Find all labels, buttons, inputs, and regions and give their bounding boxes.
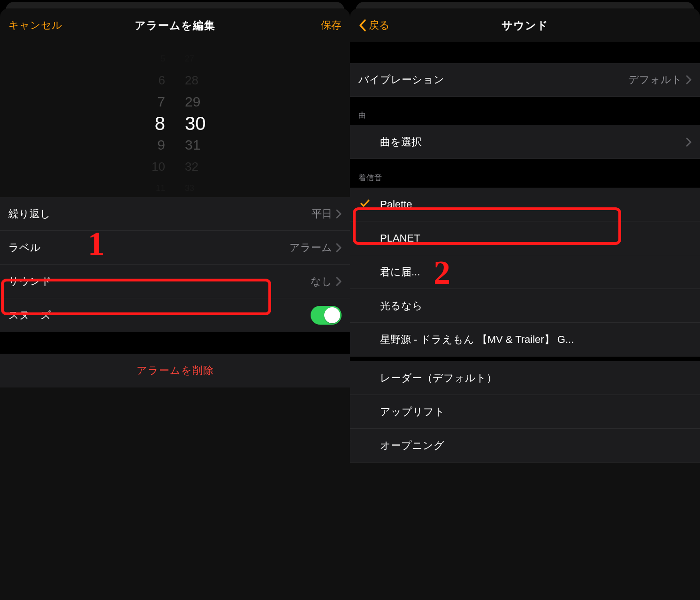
cancel-button[interactable]: キャンセル bbox=[8, 18, 62, 32]
ringtone-name: 星野源 - ドラえもん 【MV & Trailer】 G... bbox=[380, 333, 692, 347]
ringtone-list: PalettePLANET君に届...光るなら星野源 - ドラえもん 【MV &… bbox=[350, 188, 700, 463]
list-gap bbox=[350, 357, 700, 361]
minute-wheel[interactable]: 27282930313233 bbox=[182, 47, 220, 197]
wheel-value[interactable]: 31 bbox=[182, 134, 220, 156]
ringtone-name: 光るなら bbox=[380, 299, 692, 313]
ringtone-row[interactable]: 光るなら bbox=[350, 289, 700, 323]
ringtone-name: レーダー（デフォルト） bbox=[380, 371, 692, 385]
ringtone-row[interactable]: オープニング bbox=[350, 429, 700, 463]
snooze-toggle[interactable] bbox=[311, 306, 342, 325]
ringtone-name: Palette bbox=[380, 198, 692, 211]
ringtone-row[interactable]: レーダー（デフォルト） bbox=[350, 361, 700, 395]
edit-alarm-pane: キャンセル アラームを編集 保存 567891011 2728293031323… bbox=[0, 0, 350, 600]
hour-wheel[interactable]: 567891011 bbox=[130, 47, 168, 197]
chevron-right-icon bbox=[336, 243, 342, 252]
sound-sheet: 戻る サウンド バイブレーション デフォルト 曲 曲を選択 着信音 Palett… bbox=[350, 8, 700, 600]
back-button[interactable]: 戻る bbox=[358, 18, 390, 32]
chevron-right-icon bbox=[336, 209, 342, 219]
label-value-text: アラーム bbox=[289, 241, 332, 255]
ringtone-row[interactable]: 君に届... bbox=[350, 255, 700, 289]
label-label: ラベル bbox=[8, 241, 41, 255]
pick-song-row[interactable]: 曲を選択 bbox=[350, 125, 700, 159]
wheel-value[interactable]: 27 bbox=[182, 48, 220, 69]
sound-pane: 戻る サウンド バイブレーション デフォルト 曲 曲を選択 着信音 Palett… bbox=[350, 0, 700, 600]
wheel-value[interactable]: 28 bbox=[182, 69, 220, 91]
ringtone-row[interactable]: 星野源 - ドラえもん 【MV & Trailer】 G... bbox=[350, 323, 700, 357]
vibration-label: バイブレーション bbox=[358, 73, 628, 87]
snooze-label: スヌーズ bbox=[8, 308, 51, 322]
vibration-row[interactable]: バイブレーション デフォルト bbox=[350, 63, 700, 97]
time-picker[interactable]: 567891011 27282930313233 bbox=[0, 42, 350, 197]
label-value: アラーム bbox=[289, 241, 342, 255]
ringtone-name: PLANET bbox=[380, 232, 692, 244]
chevron-right-icon bbox=[686, 137, 692, 147]
label-row[interactable]: ラベル アラーム bbox=[0, 231, 350, 265]
repeat-value: 平日 bbox=[312, 207, 342, 221]
sound-label: サウンド bbox=[8, 274, 52, 289]
ringtone-row[interactable]: アップリフト bbox=[350, 395, 700, 429]
chevron-right-icon bbox=[336, 277, 342, 286]
ringtone-name: アップリフト bbox=[380, 405, 692, 419]
wheel-value[interactable]: 33 bbox=[182, 177, 220, 199]
chevron-left-icon bbox=[358, 19, 367, 32]
checkmark-icon bbox=[350, 197, 380, 212]
wheel-value[interactable]: 9 bbox=[130, 134, 168, 156]
ringtone-row[interactable]: Palette bbox=[350, 188, 700, 221]
wheel-value[interactable]: 11 bbox=[130, 177, 168, 199]
nav-bar: キャンセル アラームを編集 保存 bbox=[0, 8, 350, 42]
song-section-header: 曲 bbox=[350, 97, 700, 125]
ringtone-name: オープニング bbox=[380, 439, 692, 453]
repeat-row[interactable]: 繰り返し 平日 bbox=[0, 197, 350, 231]
wheel-value[interactable]: 5 bbox=[130, 48, 168, 69]
back-text: 戻る bbox=[369, 18, 390, 32]
spacer bbox=[0, 332, 350, 354]
wheel-value[interactable]: 10 bbox=[130, 156, 168, 177]
wheel-value[interactable]: 32 bbox=[182, 156, 220, 177]
nav-bar: 戻る サウンド bbox=[350, 8, 700, 42]
options-group: 繰り返し 平日 ラベル アラーム サウンド なし bbox=[0, 197, 350, 332]
wheel-value[interactable]: 7 bbox=[130, 91, 168, 113]
wheel-value[interactable]: 29 bbox=[182, 91, 220, 113]
toggle-knob bbox=[324, 307, 340, 323]
page-title: サウンド bbox=[350, 18, 700, 33]
vibration-value-text: デフォルト bbox=[628, 73, 682, 87]
delete-alarm-button[interactable]: アラームを削除 bbox=[0, 354, 350, 387]
wheel-value[interactable]: 30 bbox=[182, 113, 220, 134]
repeat-value-text: 平日 bbox=[312, 207, 332, 221]
edit-alarm-sheet: キャンセル アラームを編集 保存 567891011 2728293031323… bbox=[0, 8, 350, 600]
snooze-row: スヌーズ bbox=[0, 298, 350, 332]
ringtone-section-header: 着信音 bbox=[350, 159, 700, 188]
sound-row[interactable]: サウンド なし bbox=[0, 265, 350, 298]
sound-value-text: なし bbox=[311, 274, 332, 289]
ringtone-row[interactable]: PLANET bbox=[350, 221, 700, 255]
wheel-value[interactable]: 8 bbox=[130, 113, 168, 134]
sound-value: なし bbox=[311, 274, 342, 289]
repeat-label: 繰り返し bbox=[8, 207, 51, 221]
save-button[interactable]: 保存 bbox=[321, 18, 342, 32]
wheel-value[interactable]: 6 bbox=[130, 69, 168, 91]
vibration-value: デフォルト bbox=[628, 73, 692, 87]
ringtone-name: 君に届... bbox=[380, 265, 692, 279]
pick-song-label: 曲を選択 bbox=[380, 135, 682, 149]
chevron-right-icon bbox=[686, 75, 692, 84]
